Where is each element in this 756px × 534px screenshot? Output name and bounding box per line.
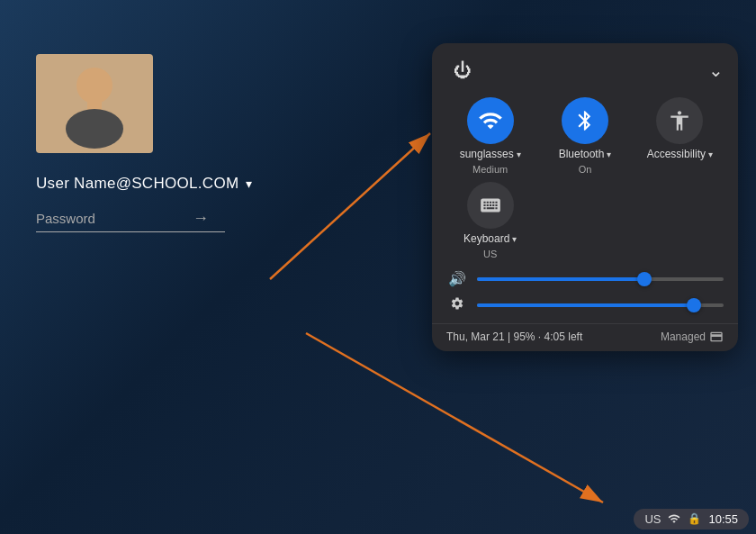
bluetooth-icon xyxy=(573,109,597,132)
keyboard-toggle-button[interactable] xyxy=(467,182,514,229)
password-row: → xyxy=(36,209,225,232)
login-panel: User Name@SCHOOL.COM ▾ → xyxy=(36,54,252,232)
tray-locale: US xyxy=(644,512,661,526)
power-icon: ⏻ xyxy=(454,60,472,81)
panel-footer: Thu, Mar 21 | 95% · 4:05 left Managed xyxy=(432,323,738,344)
keyboard-toggle[interactable]: Keyboard ▾ US xyxy=(446,182,534,259)
volume-thumb[interactable] xyxy=(637,272,652,286)
accessibility-label: Accessibility ▾ xyxy=(647,148,713,160)
avatar-image xyxy=(50,59,140,149)
user-dropdown-icon[interactable]: ▾ xyxy=(246,176,252,191)
toggles-grid: sunglasses ▾ Medium Bluetooth ▾ On xyxy=(432,94,738,178)
wifi-icon xyxy=(478,108,503,133)
footer-datetime: Thu, Mar 21 | 95% · 4:05 left xyxy=(446,330,653,343)
keyboard-icon xyxy=(479,194,502,217)
taskbar: US 🔒 10:55 xyxy=(0,503,756,534)
tray-time: 10:55 xyxy=(708,512,738,526)
submit-arrow-icon[interactable]: → xyxy=(193,209,209,228)
toggles-row2: Keyboard ▾ US xyxy=(432,178,738,263)
quick-panel: ⏻ ⌄ sunglasses ▾ Medium xyxy=(432,43,738,351)
keyboard-label: Keyboard ▾ xyxy=(464,232,517,245)
power-button[interactable]: ⏻ xyxy=(446,54,479,86)
volume-icon: 🔊 xyxy=(446,270,468,287)
accessibility-toggle-button[interactable] xyxy=(656,97,703,144)
wifi-sublabel: Medium xyxy=(472,164,508,175)
avatar xyxy=(36,54,153,153)
sliders-section: 🔊 xyxy=(432,263,738,318)
taskbar-tray: US 🔒 10:55 xyxy=(634,509,749,529)
brightness-row xyxy=(446,296,724,314)
bluetooth-label: Bluetooth ▾ xyxy=(559,148,612,160)
footer-managed: Managed xyxy=(661,330,724,344)
volume-row: 🔊 xyxy=(446,270,724,287)
volume-track[interactable] xyxy=(477,277,724,281)
wifi-label: sunglasses ▾ xyxy=(460,148,521,160)
wifi-toggle-button[interactable] xyxy=(467,97,514,144)
bluetooth-toggle-button[interactable] xyxy=(562,97,608,144)
managed-icon xyxy=(709,330,724,344)
brightness-thumb[interactable] xyxy=(687,298,701,312)
panel-header: ⏻ ⌄ xyxy=(432,43,738,94)
brightness-icon xyxy=(446,296,468,314)
brightness-fill xyxy=(477,303,694,307)
panel-collapse-icon[interactable]: ⌄ xyxy=(708,59,724,81)
wifi-toggle[interactable]: sunglasses ▾ Medium xyxy=(446,97,534,175)
bluetooth-sublabel: On xyxy=(579,164,592,175)
keyboard-sublabel: US xyxy=(483,249,497,259)
accessibility-toggle[interactable]: Accessibility ▾ xyxy=(636,97,724,175)
svg-point-2 xyxy=(66,109,123,149)
bluetooth-toggle[interactable]: Bluetooth ▾ On xyxy=(541,97,628,175)
user-row: User Name@SCHOOL.COM ▾ xyxy=(36,175,252,193)
brightness-track[interactable] xyxy=(477,303,724,307)
tray-lock-icon: 🔒 xyxy=(688,512,701,525)
svg-point-0 xyxy=(76,68,112,104)
volume-fill xyxy=(477,277,644,281)
accessibility-icon xyxy=(668,109,691,132)
username-label: User Name@SCHOOL.COM xyxy=(36,175,238,193)
tray-wifi-icon xyxy=(668,512,680,525)
password-input[interactable] xyxy=(36,211,189,226)
